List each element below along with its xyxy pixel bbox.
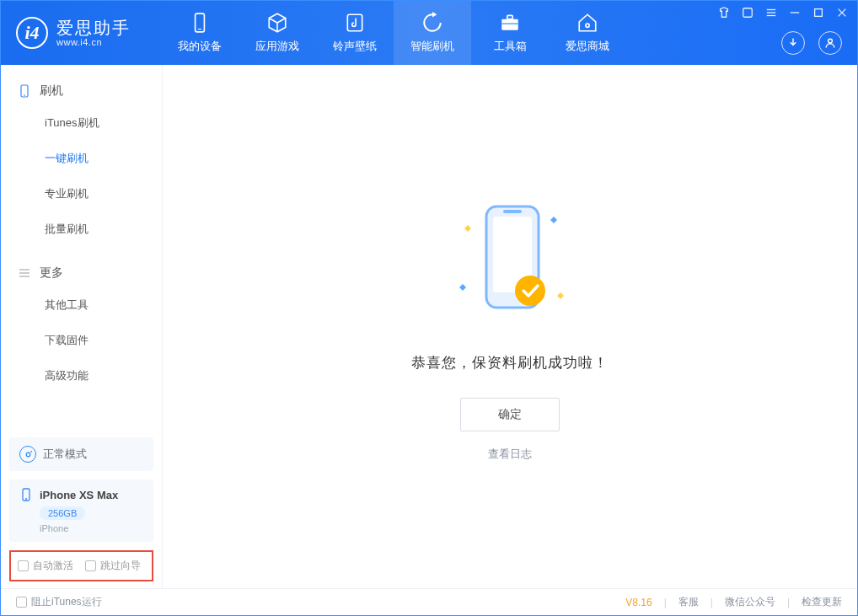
header-right	[781, 31, 842, 55]
success-message: 恭喜您，保资料刷机成功啦！	[411, 353, 609, 372]
nav-smart-flash[interactable]: 智能刷机	[394, 1, 471, 65]
svg-point-22	[30, 450, 32, 452]
status-bar: 阻止iTunes运行 V8.16 | 客服 | 微信公众号 | 检查更新	[1, 588, 857, 615]
sidebar-item-batch-flash[interactable]: 批量刷机	[1, 212, 162, 247]
skin-icon[interactable]	[717, 6, 731, 19]
svg-marker-27	[459, 284, 466, 291]
toolbox-icon	[499, 12, 521, 34]
sidebar: 刷机 iTunes刷机 一键刷机 专业刷机 批量刷机 更多 其他工具 下载固件 …	[1, 65, 163, 588]
sidebar-header-more: 更多	[1, 259, 162, 287]
home-icon	[576, 12, 598, 34]
minimize-button[interactable]	[788, 6, 802, 19]
sidebar-section-more: 更多 其他工具 下载固件 高级功能	[1, 247, 162, 394]
sidebar-item-oneclick-flash[interactable]: 一键刷机	[1, 141, 162, 176]
mode-icon	[19, 446, 36, 463]
user-button[interactable]	[818, 31, 842, 55]
feedback-icon[interactable]	[741, 6, 754, 19]
app-logo-icon: i4	[16, 17, 48, 49]
nav-label: 铃声壁纸	[333, 39, 377, 54]
separator: |	[664, 597, 667, 608]
checkbox-row: 自动激活 跳过向导	[9, 550, 153, 581]
version-label: V8.16	[625, 597, 652, 608]
svg-rect-3	[501, 19, 518, 30]
nav-toolbox[interactable]: 工具箱	[471, 1, 549, 65]
cube-icon	[266, 12, 288, 34]
device-info[interactable]: iPhone XS Max 256GB iPhone	[9, 479, 153, 542]
app-title: 爱思助手	[56, 19, 131, 37]
device-phone-icon	[19, 488, 33, 501]
logo-area: i4 爱思助手 www.i4.cn	[1, 17, 161, 49]
music-icon	[344, 12, 366, 34]
checkbox-auto-activate[interactable]: 自动激活	[18, 559, 73, 573]
sidebar-list-more: 其他工具 下载固件 高级功能	[1, 287, 162, 394]
sidebar-item-download-firmware[interactable]: 下载固件	[1, 323, 162, 358]
device-icon	[189, 12, 211, 34]
ok-button[interactable]: 确定	[460, 398, 560, 431]
nav-label: 我的设备	[178, 39, 222, 54]
svg-point-21	[26, 453, 30, 457]
device-capacity: 256GB	[40, 506, 85, 520]
nav-label: 爱思商城	[566, 39, 609, 54]
sidebar-list-flash: iTunes刷机 一键刷机 专业刷机 批量刷机	[1, 105, 162, 247]
nav-apps-games[interactable]: 应用游戏	[239, 1, 316, 65]
logo-text: 爱思助手 www.i4.cn	[56, 19, 131, 47]
checkbox-block-itunes[interactable]: 阻止iTunes运行	[16, 595, 102, 609]
refresh-icon	[421, 12, 443, 34]
sidebar-item-pro-flash[interactable]: 专业刷机	[1, 176, 162, 212]
checkbox-icon	[85, 560, 96, 571]
device-header: iPhone XS Max	[19, 488, 143, 501]
download-button[interactable]	[781, 31, 805, 55]
svg-point-32	[515, 276, 545, 306]
svg-marker-26	[550, 217, 557, 223]
nav-label: 应用游戏	[255, 39, 299, 54]
link-update[interactable]: 检查更新	[802, 595, 842, 609]
svg-point-6	[586, 24, 589, 27]
menu-icon[interactable]	[764, 6, 778, 19]
maximize-button[interactable]	[812, 6, 825, 19]
separator: |	[787, 597, 790, 608]
checkbox-label: 自动激活	[33, 559, 73, 573]
checkbox-label: 阻止iTunes运行	[31, 595, 102, 609]
app-subtitle: www.i4.cn	[56, 37, 131, 47]
checkbox-skip-guide[interactable]: 跳过向导	[85, 559, 141, 573]
svg-rect-7	[743, 8, 753, 18]
sidebar-header-flash: 刷机	[1, 77, 162, 105]
device-type: iPhone	[40, 523, 143, 533]
separator: |	[711, 597, 713, 608]
link-wechat[interactable]: 微信公众号	[725, 595, 775, 609]
sidebar-header-label: 刷机	[40, 83, 63, 99]
mode-label: 正常模式	[43, 447, 87, 462]
checkbox-icon	[18, 560, 29, 571]
svg-rect-2	[347, 14, 362, 31]
view-log-link[interactable]: 查看日志	[488, 447, 532, 462]
nav-label: 工具箱	[494, 39, 527, 54]
phone-icon	[18, 84, 31, 98]
app-header: i4 爱思助手 www.i4.cn 我的设备 应用游戏 铃声壁纸 智能刷机 工具…	[1, 1, 857, 65]
checkbox-icon	[16, 597, 27, 608]
device-name: iPhone XS Max	[40, 489, 118, 501]
mode-status[interactable]: 正常模式	[9, 437, 153, 471]
sidebar-item-other-tools[interactable]: 其他工具	[1, 287, 162, 323]
app-body: 刷机 iTunes刷机 一键刷机 专业刷机 批量刷机 更多 其他工具 下载固件 …	[1, 65, 857, 588]
nav-store[interactable]: 爱思商城	[549, 1, 626, 65]
sidebar-item-itunes-flash[interactable]: iTunes刷机	[1, 105, 162, 141]
success-illustration	[442, 191, 577, 335]
svg-point-15	[829, 39, 833, 43]
nav-my-device[interactable]: 我的设备	[161, 1, 239, 65]
window-controls	[717, 6, 849, 19]
sidebar-item-advanced[interactable]: 高级功能	[1, 358, 162, 394]
list-icon	[18, 266, 31, 280]
nav-label: 智能刷机	[410, 39, 454, 54]
svg-marker-25	[464, 225, 471, 232]
status-right: V8.16 | 客服 | 微信公众号 | 检查更新	[625, 595, 842, 609]
svg-rect-12	[815, 9, 823, 17]
nav-ringtones[interactable]: 铃声壁纸	[316, 1, 394, 65]
svg-marker-28	[557, 292, 564, 299]
checkbox-label: 跳过向导	[100, 559, 141, 573]
svg-rect-31	[503, 210, 522, 213]
sidebar-bottom: 正常模式 iPhone XS Max 256GB iPhone 自动激活 跳过向…	[1, 429, 162, 588]
main-content: 恭喜您，保资料刷机成功啦！ 确定 查看日志	[163, 65, 857, 588]
sidebar-section-flash: 刷机 iTunes刷机 一键刷机 专业刷机 批量刷机	[1, 65, 162, 247]
link-support[interactable]: 客服	[678, 595, 699, 609]
close-button[interactable]	[835, 6, 849, 19]
